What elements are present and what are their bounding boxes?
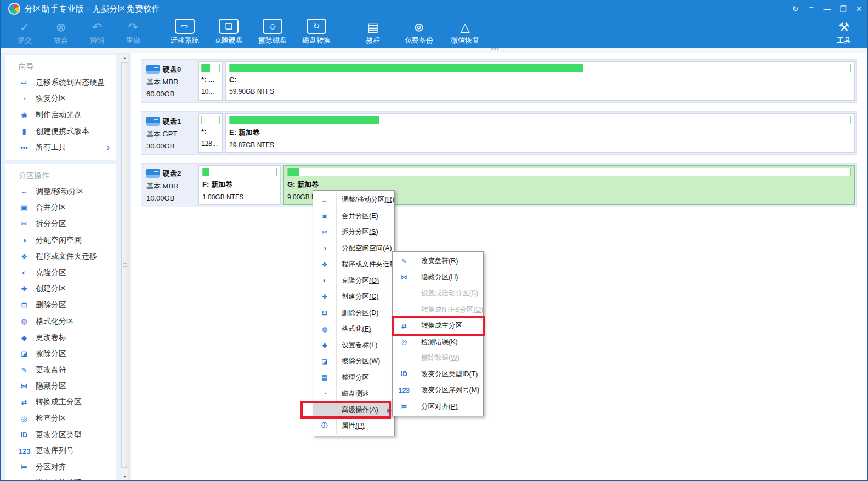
menu-item[interactable]: ID 改变分区类型IDT [393, 367, 483, 383]
menu-item[interactable]: ◎ 检测错误K [393, 334, 483, 351]
menu-item-accel: R [449, 257, 458, 265]
menu-item[interactable]: ◪ 擦除分区W [313, 353, 394, 370]
sidebar-item-icon: ⋈ [19, 382, 30, 390]
disk-info[interactable]: 硬盘1 基本 GPT 30.00GB [143, 117, 196, 150]
sidebar-item[interactable]: ✂ 拆分分区 [5, 216, 116, 232]
menu-item[interactable]: 123 改变分区序列号M [393, 382, 483, 399]
sidebar-item-icon: ❖ [19, 253, 30, 261]
scroll-up-icon[interactable]: ▲ [121, 54, 128, 61]
partition-size: 59.90GB NTFS [229, 88, 851, 95]
menu-item[interactable]: ⊟ 删除分区D [313, 305, 394, 322]
menu-item[interactable]: ⓘ 属性P [313, 418, 394, 434]
sidebar-scrollbar[interactable]: ▲ ▼ [121, 53, 129, 480]
menu-item[interactable]: ⇄ 转换成主分区 [393, 318, 483, 334]
sidebar-item[interactable]: ❖ 程序或文件夹迁移 [5, 248, 116, 265]
menu-item-label: 分配空闲空间A [336, 244, 392, 253]
menu-item[interactable]: 高级操作A ▶ [313, 402, 394, 419]
sidebar-item[interactable]: ◆ 更改卷标 [5, 329, 116, 346]
partition-c[interactable]: C: 59.90GB NTFS [225, 61, 855, 101]
sidebar-item[interactable]: ◍ 格式化分区 [5, 313, 116, 330]
sidebar-wizard-items: ⇨ 迁移系统到固态硬盘 ◔ 恢复分区 ◉ 制作启动光盘 ▮ 创建便携式版本 ••… [5, 75, 116, 156]
refresh-icon[interactable]: ↻ [787, 0, 803, 18]
scroll-down-icon[interactable]: ▼ [121, 472, 128, 480]
sidebar-item[interactable]: ⇄ 转换成主分区 [5, 394, 116, 411]
sidebar-item[interactable]: ⇨ 迁移系统到固态硬盘 [5, 75, 116, 91]
partition-e[interactable]: E: 新加卷 29.87GB NTFS [225, 113, 855, 153]
sidebar-item-icon: ✂ [19, 220, 30, 228]
toolbar-button-label: 撤销 [90, 36, 104, 45]
menu-item[interactable]: 擦除数据W [393, 350, 483, 367]
menu-item[interactable]: 转换成NTFS分区O [393, 302, 483, 318]
minimize-icon[interactable]: — [819, 0, 835, 18]
menu-item-icon: ❖ [313, 261, 336, 268]
disk-name: 硬盘2 [163, 169, 181, 179]
menu-item[interactable]: ✚ 创建分区C [313, 289, 394, 305]
disk-info[interactable]: 硬盘2 基本 MBR 10.00GB [143, 169, 196, 202]
toolbar-button[interactable]: ✓ 提交 [7, 18, 43, 48]
toolbar-button-icon: ↷ [128, 21, 138, 34]
menu-item[interactable]: ◍ 格式化F [313, 321, 394, 337]
sidebar-item[interactable]: ↔ 调整/移动分区 [5, 184, 116, 200]
sidebar-item-label: 转换成主分区 [36, 397, 82, 407]
sidebar-item[interactable]: ⋈ 隐藏分区 [5, 378, 116, 394]
menu-item-label: 转换成主分区 [416, 321, 462, 330]
sidebar-item[interactable]: ▣ 合并分区 [5, 200, 116, 216]
menu-item[interactable]: ⋈ 隐藏分区H [393, 270, 483, 286]
menu-item[interactable]: ❖ 程序或文件夹迁移 [313, 256, 394, 273]
disk-name: 硬盘0 [163, 65, 181, 75]
toolbar-button[interactable]: △ 微信恢复 [442, 18, 488, 48]
sidebar-item[interactable]: ◎ 检查分区 [5, 410, 116, 427]
menu-item[interactable]: 设置成活动分区S [393, 285, 483, 302]
toolbar-button[interactable]: ▤ 教程 [350, 18, 396, 48]
sidebar-item-icon: ◪ [19, 350, 30, 358]
toolbar-button[interactable]: ◇ 擦除磁盘 [251, 18, 294, 48]
sidebar-item[interactable]: ◔ 恢复分区 [5, 91, 116, 107]
scrollbar-thumb[interactable] [121, 62, 128, 468]
menu-item[interactable]: ▤ 整理分区 [313, 370, 394, 386]
sidebar-item[interactable]: ⊨ 分区对齐 [5, 459, 116, 476]
menu-item-icon: ▤ [313, 374, 336, 381]
partition-reserved[interactable]: *: ... 10... [198, 61, 223, 101]
sidebar-item-icon: ⇄ [19, 398, 30, 406]
menu-item[interactable]: ✂ 拆分分区S [313, 224, 394, 240]
sidebar-item[interactable]: ◑ 分配空闲空间 [5, 232, 116, 249]
overflow-dots-icon[interactable]: ••• [491, 45, 500, 53]
menu-item[interactable]: ↔ 调整/移动分区R [313, 192, 394, 208]
sidebar-item[interactable]: ✚ 创建分区 [5, 281, 116, 297]
tools-button[interactable]: ⚒ 工具 [827, 18, 860, 48]
restore-icon[interactable]: ❐ [835, 0, 851, 18]
disk-info[interactable]: 硬盘0 基本 MBR 60.00GB [143, 65, 196, 98]
menu-item[interactable]: ▣ 合并分区E [313, 208, 394, 225]
menu-item[interactable]: ◑ 分配空闲空间A [313, 240, 394, 257]
toolbar-button[interactable]: ⊚ 免费备份 [396, 18, 442, 48]
partition-f[interactable]: F: 新加卷 1.00GB NTFS [198, 165, 281, 205]
sidebar-item[interactable]: ⊟ 删除分区 [5, 297, 116, 313]
menu-item[interactable]: ◆ 设置卷标L [313, 337, 394, 354]
menu-item-label: 创建分区C [336, 292, 378, 301]
menu-item[interactable]: ✎ 改变盘符R [393, 253, 483, 270]
toolbar-button[interactable]: ⇨ 迁移系统 [163, 18, 207, 48]
menu-item-label: 拆分分区S [336, 227, 378, 237]
sidebar-item[interactable]: ✎ 更改盘符 [5, 362, 116, 379]
sidebar-item[interactable]: ◐ 克隆分区 [5, 265, 116, 281]
menu-item[interactable]: ⊨ 分区对齐P [393, 399, 483, 415]
menu-item[interactable]: ◐ 克隆分区O [313, 273, 394, 289]
toolbar-button[interactable]: ↻ 磁盘转换 [294, 18, 338, 48]
sidebar-item[interactable]: ID 更改分区类型 [5, 427, 116, 443]
menu-item[interactable]: ◔ 磁盘测速 [313, 386, 394, 402]
menu-icon[interactable]: ≡ [803, 0, 819, 18]
sidebar-item[interactable]: ••• 所有工具 › [5, 139, 116, 156]
toolbar-button-icon: ⇨ [175, 19, 195, 34]
toolbar-button[interactable]: ↷ 重做 [115, 18, 151, 48]
partition-label: G: 新加卷 [287, 180, 851, 190]
close-icon[interactable]: ✕ [851, 0, 867, 18]
sidebar-item[interactable]: ◉ 制作启动光盘 [5, 107, 116, 123]
toolbar-button[interactable]: ↶ 撤销 [79, 18, 115, 48]
sidebar-item[interactable]: 123 更改序列号 [5, 443, 116, 459]
sidebar-item[interactable]: ◪ 擦除分区 [5, 346, 116, 362]
toolbar-button[interactable]: ⊗ 放弃 [43, 18, 79, 48]
partition-reserved[interactable]: *: 128... [198, 113, 223, 153]
sidebar-item[interactable]: ▮ 创建便携式版本 [5, 123, 116, 140]
toolbar-button[interactable]: ❏ 克隆硬盘 [207, 18, 251, 48]
sidebar-item[interactable]: ▤ 磁盘碎片整理 [5, 476, 116, 481]
